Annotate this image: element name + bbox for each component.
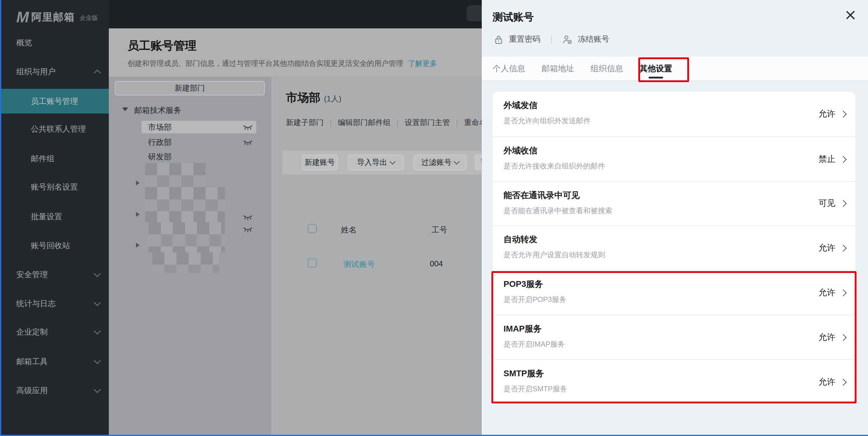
setting-value: 禁止 [818, 154, 835, 165]
setting-title: 能否在通讯录中可见 [503, 190, 580, 201]
redacted-mosaic [152, 253, 219, 273]
tree-collapsed-icon[interactable] [136, 243, 140, 247]
setting-title: 自动转发 [503, 235, 537, 245]
window-border-left [0, 0, 1, 436]
drawer-title: 测试账号 [493, 10, 534, 24]
row-checkbox[interactable] [308, 259, 317, 268]
divider [551, 35, 552, 43]
screen: M 阿里邮箱 企业版 概览 组织与用户 员工账号管理 公共联系人管理 邮件组 账… [0, 0, 868, 436]
setting-value-control[interactable]: 禁止 [818, 137, 846, 182]
page-title: 员工账号管理 [128, 38, 196, 54]
member-count: (1人) [324, 94, 342, 103]
setting-desc: 是否允许用户设置自动转发规则 [503, 250, 605, 261]
sidebar-item-label: 组织与用户 [16, 66, 56, 77]
department-name: 市场部 [286, 91, 320, 104]
rename-dept-link[interactable]: 重命名部门 [464, 118, 482, 128]
setting-row-external-send[interactable]: 外域发信 是否允许向组织外发送邮件 允许 [493, 92, 855, 136]
sidebar-item-label: 高级应用 [16, 385, 48, 396]
tab-personal-info[interactable]: 个人信息 [493, 57, 525, 81]
sidebar-item-org-users[interactable]: 组织与用户 [0, 61, 109, 83]
redacted-mosaic [149, 222, 225, 253]
sidebar-item-label: 统计与日志 [16, 298, 56, 309]
tree-node-rnd[interactable]: 研发部 [148, 152, 172, 162]
sidebar: M 阿里邮箱 企业版 概览 组织与用户 员工账号管理 公共联系人管理 邮件组 账… [0, 0, 109, 436]
setting-value-control[interactable]: 允许 [818, 92, 846, 136]
setting-row-external-receive[interactable]: 外域收信 是否允许接收来自组织外的邮件 禁止 [493, 136, 855, 182]
tab-label: 邮箱地址 [541, 63, 574, 74]
department-tree-panel: 新建部门 邮箱技术服务 市场部 行政部 研发部 [109, 77, 271, 436]
chevron-down-icon [94, 386, 101, 393]
reset-password-button[interactable]: 重置密码 [509, 34, 540, 45]
setting-row-auto-forward[interactable]: 自动转发 是否允许用户设置自动转发规则 允许 [493, 226, 855, 271]
sidebar-item-batch-settings[interactable]: 批量设置 [0, 206, 109, 228]
sidebar-item-overview[interactable]: 概览 [0, 32, 109, 54]
tree-collapsed-icon[interactable] [136, 180, 140, 186]
import-export-button[interactable]: 导入导出 [347, 155, 404, 170]
eye-closed-icon [243, 124, 253, 130]
search-input[interactable] [467, 5, 482, 21]
sidebar-item-mail-tools[interactable]: 邮箱工具 [0, 351, 109, 373]
chevron-right-icon [840, 200, 847, 207]
sidebar-item-stats-logs[interactable]: 统计与日志 [0, 293, 109, 314]
account-search-input[interactable]: 请 [474, 155, 482, 170]
set-dept-manager-link[interactable]: 设置部门主管 [405, 118, 450, 128]
sidebar-item-enterprise-custom[interactable]: 企业定制 [0, 321, 109, 343]
department-title: 市场部(1人) [286, 90, 342, 106]
main-topbar [109, 0, 482, 28]
chevron-down-icon [94, 357, 101, 364]
sidebar-item-label: 概览 [16, 37, 32, 48]
chevron-down-icon [389, 159, 395, 165]
setting-value-control[interactable]: 可见 [818, 181, 846, 226]
learn-more-link[interactable]: 了解更多 [408, 59, 437, 68]
close-icon[interactable] [845, 10, 856, 21]
new-department-button[interactable]: 新建部门 [115, 81, 265, 95]
edit-dept-mailgroup-link[interactable]: 编辑部门邮件组 [338, 118, 391, 128]
tree-node-root[interactable]: 邮箱技术服务 [134, 105, 181, 116]
setting-value-control[interactable]: 允许 [818, 226, 846, 271]
tab-email-address[interactable]: 邮箱地址 [541, 57, 574, 81]
sidebar-item-advanced-apps[interactable]: 高级应用 [0, 380, 109, 402]
chevron-down-icon [94, 299, 101, 306]
separator: | [330, 119, 332, 127]
sidebar-item-public-contacts[interactable]: 公共联系人管理 [0, 119, 109, 140]
sidebar-item-mail-groups[interactable]: 邮件组 [0, 148, 109, 170]
tab-label: 组织信息 [591, 63, 623, 74]
filter-account-button[interactable]: 过滤账号 [413, 155, 467, 170]
sidebar-item-alias-settings[interactable]: 账号别名设置 [0, 176, 109, 198]
new-account-button[interactable]: 新建账号 [302, 155, 338, 170]
tree-node-admin[interactable]: 行政部 [148, 137, 172, 148]
import-export-label: 导入导出 [357, 157, 387, 168]
column-header-id: 工号 [432, 225, 447, 236]
select-all-checkbox[interactable] [308, 224, 317, 233]
chevron-down-icon [94, 328, 101, 335]
tree-node-marketing[interactable]: 市场部 [148, 122, 172, 133]
page-subtitle: 创建和管理成员、部门信息，通过与管理平台其他功能结合实现更灵活安全的用户管理了解… [128, 59, 437, 69]
new-subdept-link[interactable]: 新建子部门 [286, 118, 324, 128]
chevron-down-icon [94, 270, 101, 277]
tree-expand-icon[interactable] [122, 107, 128, 111]
chevron-up-icon [94, 70, 101, 77]
drawer-actions: 重置密码 冻结账号 [494, 34, 609, 45]
department-actions: 新建子部门 | 编辑部门邮件组 | 设置部门主管 | 重命名部门 [286, 118, 482, 128]
main-content: 员工账号管理 创建和管理成员、部门信息，通过与管理平台其他功能结合实现更灵活安全… [109, 0, 482, 436]
sidebar-item-security[interactable]: 安全管理 [0, 264, 109, 286]
freeze-account-button[interactable]: 冻结账号 [578, 34, 609, 45]
department-detail: 市场部(1人) 新建子部门 | 编辑部门邮件组 | 设置部门主管 | 重命名部门… [271, 77, 482, 436]
account-id-cell: 004 [430, 259, 443, 268]
freeze-account-icon [563, 35, 572, 44]
app-logo: M 阿里邮箱 企业版 [16, 10, 98, 25]
annotation-box-other-settings-tab [638, 57, 689, 82]
eye-closed-icon [243, 139, 253, 145]
sidebar-item-label: 账号别名设置 [31, 182, 78, 193]
setting-desc: 是否能在通讯录中被查看和被搜索 [503, 206, 612, 216]
tab-label: 个人信息 [493, 63, 525, 74]
eye-closed-icon [243, 227, 253, 233]
setting-value: 允许 [818, 243, 835, 254]
account-name-link[interactable]: 测试账号 [343, 259, 375, 270]
sidebar-item-recycle-bin[interactable]: 账号回收站 [0, 235, 109, 257]
setting-row-directory-visible[interactable]: 能否在通讯录中可见 是否能在通讯录中被查看和被搜索 可见 [493, 181, 855, 226]
tab-org-info[interactable]: 组织信息 [591, 57, 623, 81]
sidebar-item-employee-accounts[interactable]: 员工账号管理 [0, 89, 109, 113]
setting-value: 可见 [818, 198, 835, 209]
tree-collapsed-icon[interactable] [136, 212, 140, 217]
